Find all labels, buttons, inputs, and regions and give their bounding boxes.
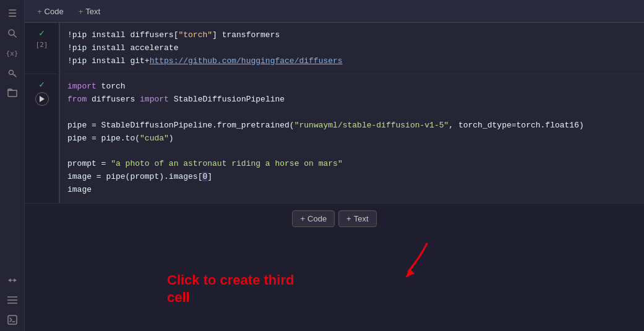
svg-marker-10 [405,269,414,278]
svg-rect-8 [8,316,17,324]
plus-text-icon: + [346,214,351,223]
svg-marker-9 [40,96,45,102]
cell-2-code: import torch from diffusers import Stabl… [67,80,637,196]
cell-1-content[interactable]: !pip install diffusers["torch"] transfor… [59,23,644,74]
search-icon[interactable] [4,25,21,42]
toolbar: + Code + Text [25,0,644,23]
sidebar: ☰ {x} [0,0,25,331]
cell-1: ✓ [2] !pip install diffusers["torch"] tr… [25,23,644,74]
cell-2-status: ✓ [39,79,44,90]
cell-2-gutter: ✓ [25,74,59,202]
run-cell-button[interactable] [35,92,49,106]
annotation-text: Click to create thirdcell [167,272,294,307]
cell-1-status: ✓ [39,28,44,38]
add-text-label: Text [354,214,369,223]
cell-2-content[interactable]: import torch from diffusers import Stabl… [59,74,644,202]
variable-icon[interactable]: {x} [4,45,21,62]
svg-line-4 [14,75,15,76]
add-code-button[interactable]: + Code [32,4,69,19]
main-area: + Code + Text ✓ [2] !pip install diffuse… [25,0,644,331]
add-cell-bar: + Code + Text [25,204,644,234]
folder-icon[interactable] [4,84,21,101]
add-code-label: Code [307,214,327,223]
code-label: Code [45,7,64,16]
plus-icon-2: + [79,7,84,16]
cell-1-number: [2] [36,41,48,49]
terminal-icon[interactable] [4,311,21,329]
list-icon[interactable] [4,291,21,309]
add-code-cell-button[interactable]: + Code [292,210,335,227]
menu-icon[interactable]: ☰ [4,5,21,22]
plus-icon: + [37,7,42,16]
annotation-area: Click to create thirdcell [25,234,644,331]
add-text-cell-button[interactable]: + Text [338,210,376,227]
plus-code-icon: + [300,214,305,223]
annotation-arrow [384,238,433,287]
cell-1-code: !pip install diffusers["torch"] transfor… [67,29,637,67]
cell-2: ✓ import torch from diffusers import Sta… [25,74,644,203]
text-label: Text [85,7,100,16]
cell-1-gutter: ✓ [2] [25,23,59,74]
annotation-label: Click to create thirdcell [167,272,294,306]
add-text-button[interactable]: + Text [74,4,105,19]
arrows-icon[interactable] [4,272,21,289]
notebook: ✓ [2] !pip install diffusers["torch"] tr… [25,23,644,331]
key-icon[interactable] [4,64,21,82]
svg-line-1 [14,35,16,37]
